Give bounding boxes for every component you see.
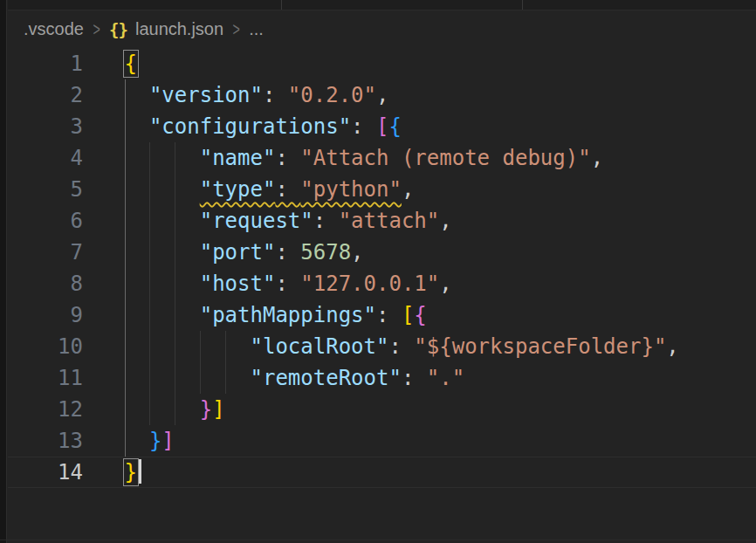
token: "Attach (remote debug)" xyxy=(300,146,590,170)
token: : xyxy=(376,303,402,327)
line-number[interactable]: 11 xyxy=(8,362,83,394)
sidebar-edge xyxy=(0,0,7,543)
text-cursor xyxy=(139,459,141,484)
token: : xyxy=(275,146,300,170)
code-line[interactable]: 8 "host": "127.0.0.1", xyxy=(8,268,756,299)
code-text: }] xyxy=(124,429,175,453)
breadcrumb-folder[interactable]: .vscode xyxy=(24,19,84,39)
token: , xyxy=(439,272,451,296)
code-line[interactable]: 11 "remoteRoot": "." xyxy=(8,362,756,394)
breadcrumb-file[interactable]: launch.json xyxy=(135,19,223,39)
code-line[interactable]: 5 "type": "python", xyxy=(8,174,756,205)
token: , xyxy=(591,146,603,170)
indent-guide xyxy=(125,331,126,362)
token xyxy=(124,397,200,422)
token: : xyxy=(313,209,339,233)
code-area[interactable]: 1{2 "version": "0.2.0",3 "configurations… xyxy=(8,48,756,543)
token: "name" xyxy=(200,146,276,170)
line-number[interactable]: 10 xyxy=(8,331,83,362)
token: : xyxy=(275,240,300,265)
token: "version" xyxy=(149,83,263,107)
line-number[interactable]: 8 xyxy=(8,268,83,299)
code-line[interactable]: 14} xyxy=(8,457,756,488)
tab-segment-1[interactable] xyxy=(8,0,282,10)
line-number[interactable]: 6 xyxy=(8,205,83,237)
indent-guide xyxy=(125,299,126,331)
token: { xyxy=(388,114,401,139)
indent-guide xyxy=(175,205,175,237)
token: } xyxy=(149,429,162,453)
indent-guide xyxy=(149,205,150,237)
token xyxy=(124,240,200,265)
tab-bar xyxy=(8,0,756,10)
code-line[interactable]: 12 }] xyxy=(8,394,756,425)
indent-guide xyxy=(149,331,150,362)
line-number[interactable]: 1 xyxy=(8,48,83,79)
token xyxy=(124,177,200,202)
token: : xyxy=(402,366,427,390)
code-line[interactable]: 7 "port": 5678, xyxy=(8,237,756,268)
indent-guide xyxy=(125,142,126,174)
token: , xyxy=(666,334,678,359)
token xyxy=(124,303,200,327)
code-line[interactable]: 6 "request": "attach", xyxy=(8,205,756,237)
code-text: "host": "127.0.0.1", xyxy=(124,272,452,296)
token: 5678 xyxy=(300,240,351,265)
breadcrumb-symbol-more[interactable]: ... xyxy=(249,19,264,39)
line-number[interactable]: 7 xyxy=(8,237,83,268)
token xyxy=(124,272,200,296)
indent-guide xyxy=(125,237,126,268)
indent-guide xyxy=(200,362,201,394)
indent-guide xyxy=(175,331,175,362)
token: ] xyxy=(162,429,174,453)
token: : xyxy=(351,114,376,139)
line-number[interactable]: 13 xyxy=(8,425,83,457)
indent-guide xyxy=(149,394,150,425)
line-number[interactable]: 5 xyxy=(8,174,83,205)
indent-guide xyxy=(175,142,175,174)
indent-guide xyxy=(175,394,175,425)
code-line[interactable]: 13 }] xyxy=(8,425,756,457)
tab-segment-2[interactable] xyxy=(282,0,523,10)
code-line[interactable]: 2 "version": "0.2.0", xyxy=(8,79,756,111)
token: "type" xyxy=(200,177,276,202)
code-line[interactable]: 3 "configurations": [{ xyxy=(8,111,756,142)
chevron-right-icon: > xyxy=(233,18,240,40)
line-number[interactable]: 9 xyxy=(8,299,83,331)
indent-guide xyxy=(125,111,126,142)
indent-guide xyxy=(149,268,150,299)
code-line[interactable]: 10 "localRoot": "${workspaceFolder}", xyxy=(8,331,756,362)
indent-guide xyxy=(175,268,175,299)
token xyxy=(124,83,149,107)
line-number[interactable]: 14 xyxy=(8,457,83,488)
breadcrumb: .vscode > {} launch.json > ... xyxy=(8,10,756,48)
code-text: { xyxy=(124,52,137,76)
indent-guide xyxy=(200,331,201,362)
token xyxy=(124,146,200,170)
indent-guide xyxy=(175,362,175,394)
token: "0.2.0" xyxy=(288,83,376,107)
code-line[interactable]: 1{ xyxy=(8,48,756,79)
code-line[interactable]: 4 "name": "Attach (remote debug)", xyxy=(8,142,756,174)
token: "attach" xyxy=(339,209,440,233)
token: "python" xyxy=(300,177,402,202)
line-number[interactable]: 2 xyxy=(8,79,83,111)
json-file-icon: {} xyxy=(109,20,127,39)
token: "configurations" xyxy=(149,114,351,139)
token: "remoteRoot" xyxy=(251,366,402,390)
line-number[interactable]: 12 xyxy=(8,394,83,425)
indent-guide xyxy=(175,299,175,331)
indent-guide xyxy=(175,174,175,205)
indent-guide xyxy=(149,362,150,394)
token: "request" xyxy=(200,209,313,233)
code-line[interactable]: 9 "pathMappings": [{ xyxy=(8,299,756,331)
indent-guide xyxy=(149,237,150,268)
line-number[interactable]: 4 xyxy=(8,142,83,174)
token: "pathMappings" xyxy=(200,303,376,327)
token xyxy=(124,429,149,453)
line-number[interactable]: 3 xyxy=(8,111,83,142)
tab-segment-3[interactable] xyxy=(523,0,756,10)
token: ] xyxy=(212,397,224,422)
window-bottom-edge xyxy=(0,540,756,540)
code-text: "configurations": [{ xyxy=(124,114,402,139)
